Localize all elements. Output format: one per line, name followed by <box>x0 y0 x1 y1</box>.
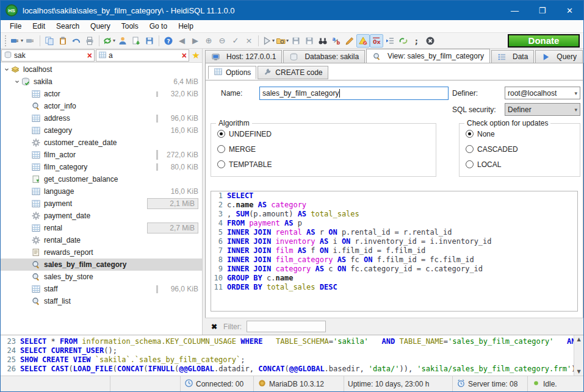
view-name-input[interactable]: sales_by_film_category <box>259 87 449 100</box>
tab-data[interactable]: Data <box>491 50 534 63</box>
beautify-sql-icon[interactable] <box>343 34 356 48</box>
connect-icon[interactable]: ▾ <box>10 34 24 48</box>
close-filter-icon[interactable]: ✖ <box>211 323 217 331</box>
tree-item-sales_by_store[interactable]: sales_by_store <box>1 271 202 283</box>
tree-item-payment[interactable]: payment2,1 MiB <box>1 198 202 210</box>
menu-item-go-to[interactable]: Go to <box>144 21 173 32</box>
algorithm-radio-temptable[interactable]: TEMPTABLE <box>217 159 436 169</box>
disconnect-icon[interactable] <box>24 34 37 48</box>
minimize-button[interactable]: — <box>501 1 528 20</box>
save-sql-as-icon[interactable] <box>303 34 316 48</box>
menu-item-query[interactable]: Query <box>85 21 116 32</box>
tree-item-payment_date[interactable]: payment_date <box>1 210 202 222</box>
sql-security-select[interactable]: Definer▾ <box>505 103 580 116</box>
post-icon[interactable]: ✓ <box>229 34 242 48</box>
delete-row-icon[interactable]: ⊖ <box>215 34 229 48</box>
export-database-icon[interactable] <box>129 34 143 48</box>
subtab-options[interactable]: Options <box>208 66 256 79</box>
check-option-radio-cascaded[interactable]: CASCADED <box>466 144 580 154</box>
menu-item-tools[interactable]: Tools <box>116 21 144 32</box>
help-icon[interactable]: ? <box>162 34 175 48</box>
dropdown-arrow-icon[interactable]: ▾ <box>113 38 115 43</box>
menu-item-edit[interactable]: Edit <box>27 21 51 32</box>
print-icon[interactable] <box>83 34 96 48</box>
reconnect-icon[interactable] <box>397 34 410 48</box>
tree-item-sales_by_film_category[interactable]: sales_by_film_category <box>1 258 202 271</box>
tab-query[interactable]: Query <box>535 50 583 63</box>
refresh-icon[interactable]: ▾ <box>102 34 116 48</box>
filter-input[interactable] <box>247 321 326 332</box>
tree-item-localhost[interactable]: localhost <box>1 63 202 76</box>
clear-filter-icon[interactable]: × <box>87 51 92 60</box>
indent-icon[interactable] <box>383 34 397 48</box>
paste-icon[interactable] <box>56 34 70 48</box>
stop-on-errors-icon[interactable] <box>356 34 370 48</box>
algorithm-radio-undefined[interactable]: UNDEFINED <box>217 129 436 139</box>
cancel-edit-icon[interactable]: × <box>242 34 256 48</box>
tree-item-staff[interactable]: staff96,0 KiB <box>1 283 202 295</box>
code-token <box>302 228 306 237</box>
save-sql-icon[interactable] <box>289 34 303 48</box>
last-record-icon[interactable]: ▶ <box>189 34 202 48</box>
tree-item-rental[interactable]: rental2,7 MiB <box>1 222 202 234</box>
subtab-create-code[interactable]: CREATE code <box>258 66 328 79</box>
insert-row-icon[interactable]: ⊕ <box>202 34 215 48</box>
tree-item-language[interactable]: language16,0 KiB <box>1 185 202 198</box>
sql-log-panel[interactable]: 23SELECT * FROM information_schema.KEY_C… <box>1 335 583 376</box>
scroll-down-icon[interactable]: ▼ <box>577 368 580 376</box>
stop-query-icon[interactable] <box>424 34 437 48</box>
tree-item-sakila[interactable]: sakila6,4 MiB <box>1 76 202 88</box>
tree-item-film_category[interactable]: film_category80,0 KiB <box>1 161 202 173</box>
tree-item-customer_create_date[interactable]: customer_create_date <box>1 137 202 149</box>
undo-icon[interactable] <box>70 34 83 48</box>
tree-item-rental_date[interactable]: rental_date <box>1 234 202 246</box>
dropdown-arrow-icon[interactable]: ▾ <box>21 38 23 43</box>
tree-item-get_customer_balance[interactable]: get_customer_balance <box>1 173 202 185</box>
definer-select[interactable]: root@localhost▾ <box>505 87 580 99</box>
run-query-icon[interactable]: ▾ <box>261 34 275 48</box>
table-filter-input[interactable]: sak× <box>1 49 95 62</box>
clear-filter-icon[interactable]: × <box>182 51 187 60</box>
column-filter-input[interactable]: a× <box>96 49 189 62</box>
first-record-icon[interactable]: ◀ <box>175 34 189 48</box>
radio-label: LOCAL <box>477 160 501 169</box>
tree-item-address[interactable]: address96,0 KiB <box>1 112 202 124</box>
find-text-icon[interactable] <box>316 34 330 48</box>
menu-item-help[interactable]: Help <box>173 21 199 32</box>
line-number: 25 <box>1 355 20 365</box>
maximize-button[interactable]: ❐ <box>528 1 556 20</box>
tab-host-127-0-0-1[interactable]: Host: 127.0.0.1 <box>205 50 282 63</box>
close-button[interactable]: ✕ <box>556 1 583 20</box>
tab-database-sakila[interactable]: Database: sakila <box>283 50 365 63</box>
scroll-up-icon[interactable]: ▲ <box>577 335 580 343</box>
code-line: 1SELECT <box>211 191 577 201</box>
code-token: TABLE_NAME <box>399 337 443 346</box>
favorites-star-icon[interactable]: ★ <box>190 49 202 62</box>
sql-editor[interactable]: 1SELECT2c.name AS category3, SUM(p.amoun… <box>211 191 578 312</box>
save-snapshot-icon[interactable] <box>143 34 156 48</box>
dropdown-arrow-icon[interactable]: ▾ <box>286 38 289 43</box>
replace-text-icon[interactable]: ab <box>330 34 343 48</box>
tree-item-film_actor[interactable]: film_actor272,0 KiB <box>1 149 202 161</box>
donate-button[interactable]: Donate <box>508 34 580 48</box>
tree-item-rewards_report[interactable]: rewards_report <box>1 246 202 258</box>
menu-item-file[interactable]: File <box>4 21 27 32</box>
load-sql-file-icon[interactable]: ▾ <box>275 34 289 48</box>
check-option-radio-local[interactable]: LOCAL <box>466 159 580 169</box>
tree-item-category[interactable]: category16,0 KiB <box>1 124 202 137</box>
tree-item-staff_list[interactable]: staff_list <box>1 295 202 307</box>
hex-view-icon[interactable]: 0x <box>370 34 383 48</box>
copy-icon[interactable] <box>43 34 56 48</box>
algorithm-radio-merge[interactable]: MERGE <box>217 144 436 154</box>
line-number: 6 <box>211 237 227 246</box>
tab-view-sales-by-film-category[interactable]: View: sales_by_film_category <box>366 49 490 63</box>
user-manager-icon[interactable] <box>116 34 129 48</box>
tree-item-label: payment <box>44 199 72 208</box>
menu-item-search[interactable]: Search <box>51 21 85 32</box>
check-option-radio-none[interactable]: None <box>466 129 580 139</box>
tree-item-actor_info[interactable]: actor_info <box>1 100 202 112</box>
log-scrollbar[interactable]: ▲ ▼ <box>574 335 583 376</box>
delimiter-icon[interactable]: ; <box>410 34 424 48</box>
tree-item-actor[interactable]: actor32,0 KiB <box>1 88 202 100</box>
dropdown-arrow-icon[interactable]: ▾ <box>272 38 275 43</box>
